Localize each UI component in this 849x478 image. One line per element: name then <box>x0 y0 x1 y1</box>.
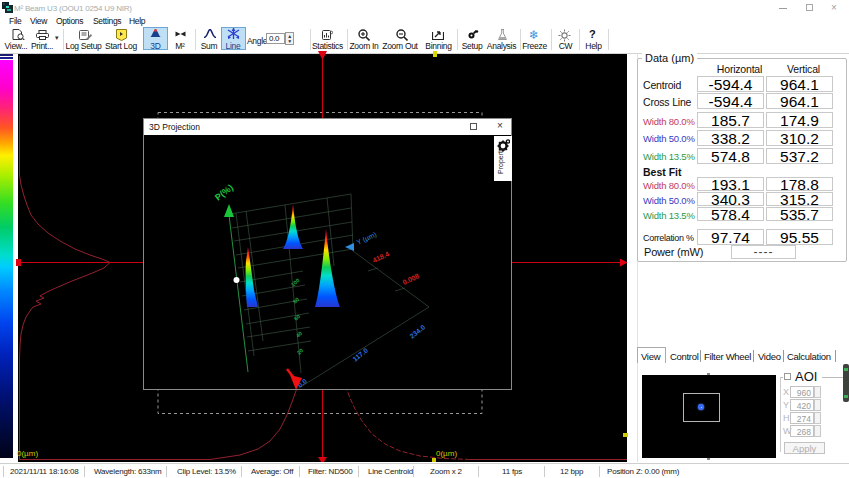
svg-text:20: 20 <box>296 347 305 356</box>
svg-text:80: 80 <box>292 296 301 305</box>
svg-text:0.008: 0.008 <box>401 272 420 286</box>
svg-text:Y (µm): Y (µm) <box>355 231 377 247</box>
svg-text:40: 40 <box>295 330 304 339</box>
svg-text:P(%): P(%) <box>213 182 235 202</box>
svg-text:0(µm): 0(µm) <box>436 449 457 458</box>
svg-text:0(µm): 0(µm) <box>17 449 38 458</box>
svg-text:234.0: 234.0 <box>408 323 426 339</box>
svg-text:418.4: 418.4 <box>371 250 390 264</box>
svg-text:117.0: 117.0 <box>351 347 369 363</box>
